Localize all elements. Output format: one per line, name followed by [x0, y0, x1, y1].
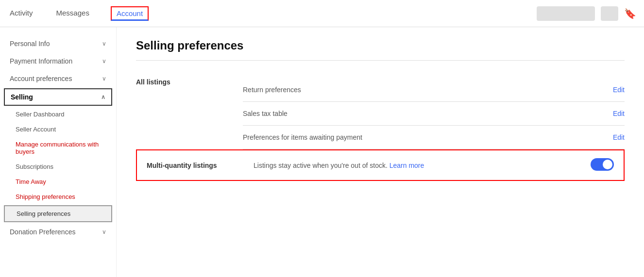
tab-activity[interactable]: Activity: [8, 0, 35, 27]
page-title: Selling preferences: [136, 39, 625, 52]
all-listings-label: All listings: [136, 78, 243, 86]
sales-tax-edit[interactable]: Edit: [613, 110, 625, 117]
all-listings-section: All listings Return preferences Edit Sal…: [136, 68, 625, 149]
chevron-down-icon: ∨: [102, 228, 106, 235]
sidebar-sub-manage-comms[interactable]: Manage communications with buyers: [0, 137, 116, 159]
sidebar-label-payment-info: Payment Information: [10, 57, 72, 65]
sidebar-item-personal-info[interactable]: Personal Info ∨: [0, 35, 116, 52]
user-avatar: [537, 6, 595, 21]
sidebar-sub-seller-dashboard[interactable]: Seller Dashboard: [0, 107, 116, 122]
toggle-slider: [591, 158, 614, 171]
chevron-down-icon: ∨: [102, 75, 106, 82]
multi-qty-toggle[interactable]: [591, 158, 614, 171]
sidebar-label-selling: Selling: [11, 93, 33, 101]
user-avatar-small: [601, 6, 618, 21]
all-listings-content: Return preferences Edit Sales tax table …: [243, 78, 625, 149]
sidebar-item-selling[interactable]: Selling ∧: [4, 88, 112, 106]
multi-qty-box: Multi-quantity listings Listings stay ac…: [136, 149, 625, 181]
awaiting-payment-edit[interactable]: Edit: [613, 133, 625, 141]
multi-qty-toggle-container: [591, 158, 614, 172]
awaiting-payment-row: Preferences for items awaiting payment E…: [243, 126, 625, 149]
sales-tax-label: Sales tax table: [243, 110, 603, 117]
chevron-down-icon: ∨: [102, 40, 106, 47]
sidebar-sub-shipping-prefs[interactable]: Shipping preferences: [0, 189, 116, 204]
sidebar: Personal Info ∨ Payment Information ∨ Ac…: [0, 27, 117, 277]
multi-qty-label: Multi-quantity listings: [147, 162, 254, 169]
sidebar-label-personal-info: Personal Info: [10, 40, 50, 48]
sidebar-sub-selling-prefs[interactable]: Selling preferences: [4, 205, 112, 222]
bookmark-icon[interactable]: 🔖: [624, 8, 636, 19]
nav-right: 🔖: [537, 6, 636, 21]
sidebar-sub-time-away[interactable]: Time Away: [0, 174, 116, 189]
learn-more-link[interactable]: Learn more: [390, 162, 424, 169]
tab-messages[interactable]: Messages: [54, 0, 91, 27]
tab-account[interactable]: Account: [111, 6, 149, 21]
multi-qty-desc: Listings stay active when you're out of …: [254, 162, 581, 169]
title-divider: [136, 60, 625, 61]
return-prefs-label: Return preferences: [243, 86, 603, 94]
sidebar-sub-subscriptions[interactable]: Subscriptions: [0, 159, 116, 174]
top-nav: Activity Messages Account 🔖: [0, 0, 644, 27]
return-prefs-row: Return preferences Edit: [243, 78, 625, 102]
sidebar-label-account-prefs: Account preferences: [10, 75, 72, 82]
sidebar-label-donation-prefs: Donation Preferences: [10, 228, 75, 236]
sidebar-item-account-prefs[interactable]: Account preferences ∨: [0, 70, 116, 87]
chevron-down-icon: ∨: [102, 58, 106, 65]
chevron-up-icon: ∧: [101, 94, 105, 100]
sales-tax-row: Sales tax table Edit: [243, 102, 625, 126]
return-prefs-edit[interactable]: Edit: [613, 86, 625, 94]
sidebar-item-donation-prefs[interactable]: Donation Preferences ∨: [0, 223, 116, 241]
main-content: Selling preferences All listings Return …: [117, 27, 644, 277]
nav-tabs: Activity Messages Account: [8, 0, 149, 27]
awaiting-payment-label: Preferences for items awaiting payment: [243, 133, 603, 141]
multi-qty-description-text: Listings stay active when you're out of …: [254, 162, 388, 169]
sidebar-item-payment-info[interactable]: Payment Information ∨: [0, 52, 116, 70]
sidebar-sub-seller-account[interactable]: Seller Account: [0, 122, 116, 137]
main-layout: Personal Info ∨ Payment Information ∨ Ac…: [0, 27, 644, 277]
